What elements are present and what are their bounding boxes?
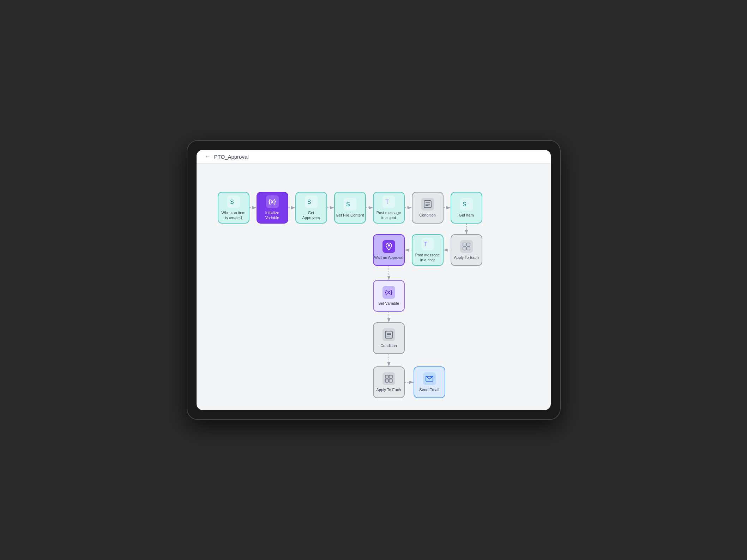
node-trigger-label: When an itemis created bbox=[222, 210, 246, 220]
node-apply-each1-label: Apply To Each bbox=[454, 255, 478, 260]
app-window: ← PTO_Approval bbox=[197, 150, 551, 410]
node-apply-each2-label: Apply To Each bbox=[376, 387, 401, 392]
node-condition2[interactable]: Condition bbox=[373, 322, 405, 354]
svg-text:S: S bbox=[346, 201, 350, 207]
node-trigger[interactable]: S When an itemis created bbox=[218, 192, 249, 224]
header: ← PTO_Approval bbox=[197, 150, 551, 164]
svg-text:T: T bbox=[385, 199, 389, 205]
node-get-approvers[interactable]: S GetApprovers bbox=[295, 192, 327, 224]
node-condition2-label: Condition bbox=[380, 343, 397, 348]
node-init-variable[interactable]: {x} InitializeVariable bbox=[257, 192, 288, 224]
svg-rect-26 bbox=[467, 243, 470, 246]
node-init-variable-label: InitializeVariable bbox=[265, 210, 279, 220]
svg-point-30 bbox=[388, 244, 390, 246]
node-get-file[interactable]: S Get File Content bbox=[334, 192, 366, 224]
svg-rect-36 bbox=[389, 375, 392, 378]
svg-rect-35 bbox=[385, 375, 388, 378]
node-set-variable-label: Set Variable bbox=[378, 301, 399, 306]
svg-rect-25 bbox=[463, 243, 466, 246]
node-post-msg1[interactable]: T Post messagein a chat bbox=[373, 192, 405, 224]
svg-text:T: T bbox=[424, 241, 428, 247]
flow-diagram: S When an itemis created {x} InitializeV… bbox=[211, 174, 549, 410]
node-apply-each1[interactable]: Apply To Each bbox=[451, 234, 482, 266]
back-button[interactable]: ← bbox=[205, 153, 211, 160]
svg-text:S: S bbox=[463, 201, 466, 207]
node-post-msg2[interactable]: T Post messagein a chat bbox=[412, 234, 444, 266]
node-wait-approval[interactable]: Wait an Approval bbox=[373, 234, 405, 266]
node-condition1-label: Condition bbox=[419, 213, 435, 218]
svg-rect-28 bbox=[467, 247, 470, 250]
node-wait-approval-label: Wait an Approval bbox=[374, 255, 403, 260]
node-send-email[interactable]: Send Email bbox=[414, 366, 445, 398]
node-send-email-label: Send Email bbox=[419, 387, 439, 392]
node-post-msg2-label: Post messagein a chat bbox=[415, 252, 440, 263]
svg-rect-27 bbox=[463, 247, 466, 250]
node-condition1[interactable]: Condition bbox=[412, 192, 444, 224]
tablet-frame: ← PTO_Approval bbox=[187, 140, 561, 420]
node-get-item-label: Get Item bbox=[459, 213, 474, 218]
node-apply-each2[interactable]: Apply To Each bbox=[373, 366, 405, 398]
canvas: S When an itemis created {x} InitializeV… bbox=[197, 164, 551, 410]
node-get-file-label: Get File Content bbox=[336, 213, 364, 218]
node-get-approvers-label: GetApprovers bbox=[302, 210, 320, 220]
node-get-item[interactable]: S Get Item bbox=[451, 192, 482, 224]
svg-text:S: S bbox=[307, 199, 311, 205]
svg-rect-38 bbox=[389, 379, 392, 382]
svg-rect-37 bbox=[385, 379, 388, 382]
flow-title: PTO_Approval bbox=[214, 154, 249, 160]
node-set-variable[interactable]: {x} Set Variable bbox=[373, 280, 405, 312]
svg-text:S: S bbox=[230, 199, 234, 205]
node-post-msg1-label: Post messagein a chat bbox=[376, 210, 401, 220]
